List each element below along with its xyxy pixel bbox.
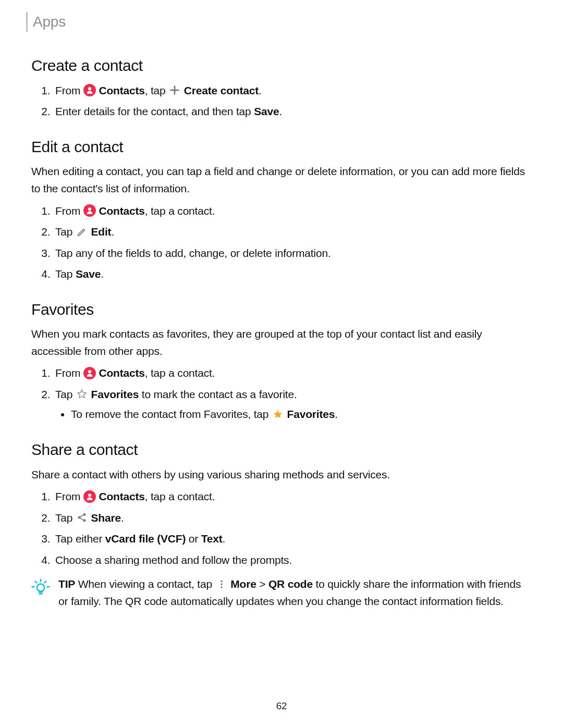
text: to mark the contact as a favorite. <box>139 388 297 400</box>
svg-point-1 <box>88 207 91 211</box>
contacts-icon <box>83 490 96 503</box>
svg-point-10 <box>221 586 222 588</box>
favorites-label: Favorites <box>287 408 335 420</box>
svg-point-6 <box>83 519 85 522</box>
svg-point-7 <box>37 584 44 591</box>
save-label: Save <box>254 105 279 117</box>
list-item: Choose a sharing method and follow the p… <box>53 552 532 569</box>
contacts-icon <box>83 367 96 379</box>
svg-point-8 <box>221 580 222 582</box>
text: From <box>55 205 83 217</box>
share-label: Share <box>91 512 121 524</box>
star-filled-icon <box>272 408 284 421</box>
text: . <box>279 105 282 117</box>
list-item: Tap Favorites to mark the contact as a f… <box>53 386 532 423</box>
contacts-icon <box>83 204 96 217</box>
heading-favorites: Favorites <box>31 298 532 322</box>
text-label: Text <box>201 533 223 545</box>
text: , tap a contact. <box>145 205 215 217</box>
list-item: Tap Edit. <box>53 224 532 241</box>
qrcode-label: QR code <box>268 578 313 590</box>
svg-point-0 <box>88 88 91 91</box>
share-intro: Share a contact with others by using var… <box>31 466 532 484</box>
text: Choose a sharing method and follow the p… <box>55 554 292 566</box>
text: , tap <box>145 84 169 96</box>
list-item: To remove the contact from Favorites, ta… <box>71 406 532 423</box>
text: From <box>55 84 83 96</box>
contacts-label: Contacts <box>99 205 144 217</box>
list-item: Enter details for the contact, and then … <box>53 103 532 120</box>
list-item: Tap Save. <box>53 266 532 283</box>
contacts-label: Contacts <box>99 84 144 96</box>
favorites-sublist: To remove the contact from Favorites, ta… <box>55 406 532 423</box>
list-item: From Contacts, tap a contact. <box>53 488 532 505</box>
favorites-steps: From Contacts, tap a contact. Tap Favori… <box>31 365 532 423</box>
svg-point-9 <box>221 583 222 585</box>
text: Tap <box>55 512 76 524</box>
divider <box>26 12 28 32</box>
favorites-intro: When you mark contacts as favorites, the… <box>31 326 532 360</box>
list-item: From Contacts, tap a contact. <box>53 365 532 382</box>
edit-intro: When editing a contact, you can tap a fi… <box>31 163 532 197</box>
text: Tap <box>55 268 76 280</box>
more-label: More <box>230 578 256 590</box>
tip-callout: TIP When viewing a contact, tap More > Q… <box>29 576 532 610</box>
page-number: 62 <box>0 698 563 713</box>
save-label: Save <box>76 268 101 280</box>
text: , tap a contact. <box>145 367 215 379</box>
text: When viewing a contact, tap <box>75 578 215 590</box>
text: . <box>101 268 104 280</box>
create-contact-label: Create contact <box>184 84 259 96</box>
text: . <box>111 226 114 238</box>
share-steps: From Contacts, tap a contact. Tap Share.… <box>31 488 532 569</box>
share-icon <box>76 511 88 524</box>
contacts-icon <box>83 84 96 96</box>
favorites-label: Favorites <box>91 388 139 400</box>
edit-icon <box>76 226 88 238</box>
edit-label: Edit <box>91 226 112 238</box>
text: > <box>256 578 268 590</box>
svg-point-4 <box>78 516 80 519</box>
list-item: Tap Share. <box>53 510 532 527</box>
text: . <box>259 84 262 96</box>
text: or <box>186 533 201 545</box>
text: Tap <box>55 388 76 400</box>
text: From <box>55 490 83 502</box>
contacts-label: Contacts <box>99 490 144 502</box>
list-item: Tap either vCard file (VCF) or Text. <box>53 530 532 548</box>
text: Tap either <box>55 533 105 545</box>
section-label: Apps <box>33 10 66 33</box>
svg-point-5 <box>83 513 85 516</box>
more-icon <box>215 578 228 590</box>
breadcrumb: Apps <box>26 10 532 33</box>
star-outline-icon <box>76 388 88 400</box>
text: To remove the contact from Favorites, ta… <box>71 408 272 420</box>
list-item: From Contacts, tap Create contact. <box>53 82 532 100</box>
text: From <box>55 367 83 379</box>
svg-point-3 <box>88 493 91 497</box>
tip-body: TIP When viewing a contact, tap More > Q… <box>58 576 532 610</box>
vcard-label: vCard file (VCF) <box>105 533 186 545</box>
text: Enter details for the contact, and then … <box>55 105 254 117</box>
tip-label: TIP <box>58 578 75 590</box>
contacts-label: Contacts <box>99 367 144 379</box>
svg-point-2 <box>88 370 91 373</box>
edit-steps: From Contacts, tap a contact. Tap Edit. … <box>31 203 532 283</box>
text: Tap any of the fields to add, change, or… <box>55 247 331 259</box>
text: Tap <box>55 226 76 238</box>
plus-icon <box>168 84 181 96</box>
create-steps: From Contacts, tap Create contact. Enter… <box>31 82 532 120</box>
heading-edit-contact: Edit a contact <box>31 135 532 159</box>
text: . <box>335 408 338 420</box>
heading-share-contact: Share a contact <box>31 438 532 462</box>
list-item: From Contacts, tap a contact. <box>53 203 532 220</box>
text: . <box>223 533 226 545</box>
text: . <box>121 512 124 524</box>
tip-icon <box>29 576 52 610</box>
text: , tap a contact. <box>145 490 215 502</box>
heading-create-contact: Create a contact <box>31 54 532 78</box>
list-item: Tap any of the fields to add, change, or… <box>53 245 532 262</box>
